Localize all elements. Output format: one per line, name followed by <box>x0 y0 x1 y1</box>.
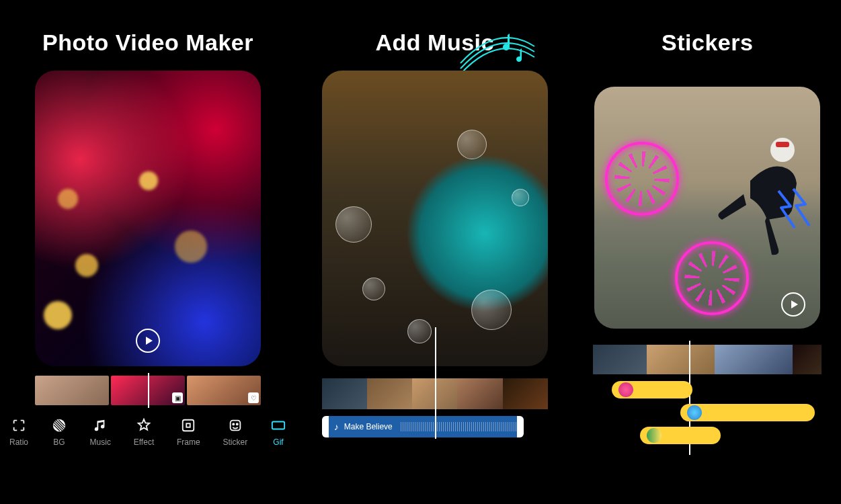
bubble <box>362 278 385 300</box>
waveform <box>401 422 517 431</box>
bubble <box>407 319 432 343</box>
preview-stickers[interactable] <box>594 87 820 329</box>
bokeh-dot <box>44 301 72 329</box>
svg-rect-6 <box>272 422 284 429</box>
tool-ratio[interactable]: Ratio <box>9 417 28 447</box>
panel-title: Photo Video Maker <box>42 30 253 56</box>
play-button[interactable] <box>781 292 805 317</box>
clip-thumb[interactable] <box>322 378 367 409</box>
sticker-chip-icon <box>618 382 633 397</box>
bokeh-dot <box>75 254 98 277</box>
bubble <box>457 130 487 159</box>
clip-transition-icon[interactable]: ▣ <box>172 392 183 403</box>
clip-thumb[interactable] <box>647 345 715 374</box>
panel-add-music: Add Music <box>308 0 562 504</box>
svg-point-4 <box>233 423 234 425</box>
ratio-icon <box>11 417 27 433</box>
sticker-track[interactable] <box>640 427 721 444</box>
clip-thumb[interactable] <box>503 378 548 409</box>
playhead[interactable] <box>148 373 149 408</box>
neon-wheel-sticker[interactable] <box>605 142 679 216</box>
bubble <box>512 189 529 206</box>
panel-photo-video-maker: Photo Video Maker ▣ ♡ Ratio <box>7 0 289 504</box>
tool-label: Gif <box>273 437 283 447</box>
tool-music[interactable]: Music <box>90 417 111 447</box>
tool-label: Ratio <box>9 437 28 447</box>
track-name: Make Believe <box>344 422 393 431</box>
svg-rect-2 <box>187 423 191 427</box>
audio-track[interactable]: ♪ Make Believe <box>322 416 524 437</box>
clip-thumb[interactable]: ♡ <box>187 376 261 405</box>
tool-label: Effect <box>134 437 154 447</box>
bokeh-dot <box>139 171 158 190</box>
panel-stickers: Stickers <box>581 0 835 504</box>
tool-label: BG <box>53 437 65 447</box>
svg-point-7 <box>770 138 795 162</box>
preview-music[interactable] <box>322 71 548 366</box>
sticker-icon <box>227 417 243 433</box>
clip-strip[interactable]: ▣ ♡ <box>35 376 261 405</box>
clip-thumb[interactable] <box>793 345 822 374</box>
clip-thumb[interactable] <box>593 345 647 374</box>
gif-icon <box>270 417 286 433</box>
tool-sticker[interactable]: Sticker <box>223 417 247 447</box>
edit-toolbar: Ratio BG Music Effect <box>7 417 289 447</box>
bokeh-dot <box>58 189 78 209</box>
tool-frame[interactable]: Frame <box>177 417 200 447</box>
clip-thumb[interactable] <box>35 376 109 405</box>
tool-label: Frame <box>177 437 200 447</box>
tool-effect[interactable]: Effect <box>134 417 154 447</box>
tool-bg[interactable]: BG <box>51 417 67 447</box>
play-button[interactable] <box>136 329 160 353</box>
svg-point-5 <box>236 423 237 425</box>
panel-title: Stickers <box>662 30 753 56</box>
svg-rect-8 <box>776 142 789 147</box>
effect-icon <box>136 417 152 433</box>
preview-photo-video[interactable] <box>35 71 261 366</box>
music-note-icon: ♪ <box>334 421 339 432</box>
clip-thumb[interactable] <box>715 345 793 374</box>
sticker-track[interactable] <box>680 404 815 421</box>
bg-icon <box>51 417 67 433</box>
bubble <box>335 206 372 243</box>
bokeh-dot <box>175 230 207 263</box>
playhead[interactable] <box>435 327 436 439</box>
music-icon <box>92 417 108 433</box>
lightning-sticker[interactable] <box>772 187 812 235</box>
clip-strip[interactable] <box>593 345 822 374</box>
tool-label: Sticker <box>223 437 247 447</box>
svg-rect-1 <box>183 420 194 431</box>
tool-label: Music <box>90 437 111 447</box>
clip-favorite-icon[interactable]: ♡ <box>248 392 259 403</box>
bubble <box>471 290 512 330</box>
clip-thumb[interactable] <box>367 378 412 409</box>
sticker-chip-icon <box>687 405 702 420</box>
sticker-track[interactable] <box>612 381 692 398</box>
tool-gif[interactable]: Gif <box>270 417 286 447</box>
clip-thumb[interactable] <box>457 378 502 409</box>
sticker-chip-icon <box>647 428 662 443</box>
sticker-tracks <box>593 381 822 444</box>
frame-icon <box>180 417 196 433</box>
